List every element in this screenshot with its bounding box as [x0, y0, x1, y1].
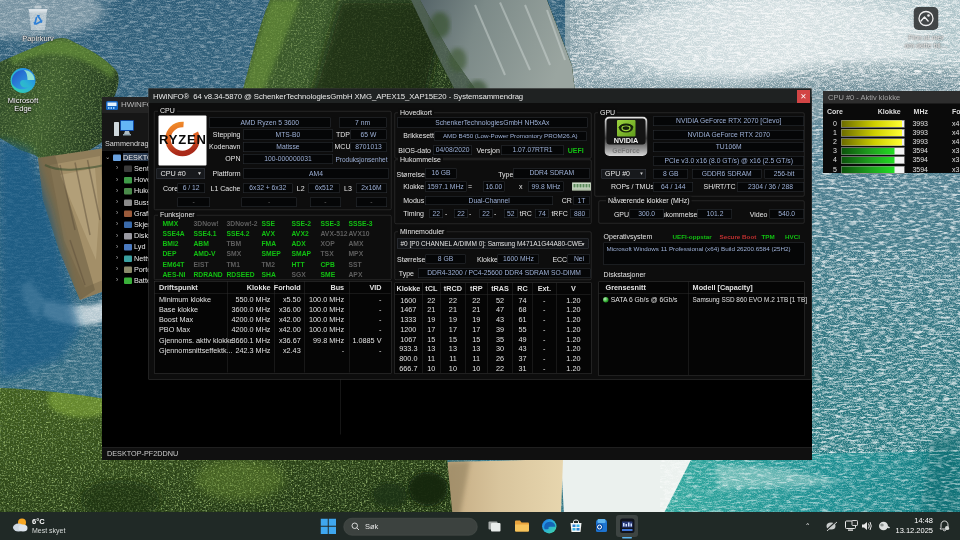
- svg-text:GeForce: GeForce: [612, 147, 640, 154]
- svg-text:NVIDIA: NVIDIA: [614, 136, 639, 145]
